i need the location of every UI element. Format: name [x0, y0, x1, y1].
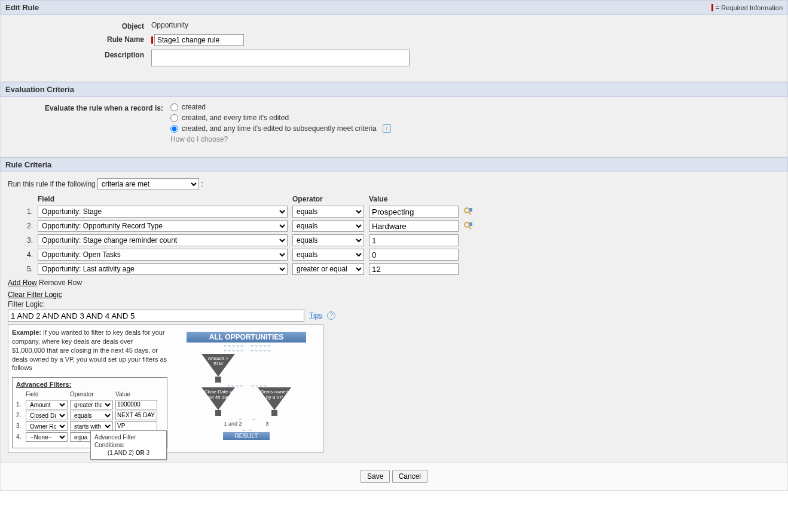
- example-heading: Example:: [12, 329, 41, 336]
- adv-value-input: [115, 411, 157, 420]
- eval-option-1: created, and every time it's edited: [182, 114, 289, 122]
- field-select[interactable]: Opportunity: Stage change reminder count: [38, 234, 288, 246]
- example-box: Example: If you wanted to filter to key …: [8, 324, 323, 452]
- rule-name-label: Rule Name: [8, 35, 151, 44]
- svg-line-4: [469, 227, 471, 229]
- field-select[interactable]: Opportunity: Open Tasks: [38, 249, 288, 261]
- caption-1and2: 1 and 2: [224, 421, 242, 427]
- adv-field-select: --None--: [26, 432, 68, 442]
- button-bar: Save Cancel: [0, 463, 788, 491]
- arrows-icon: ⌄ ⌄: [241, 427, 252, 432]
- rule-criteria-body: Run this rule if the following criteria …: [0, 172, 788, 463]
- lookup-icon[interactable]: [463, 207, 473, 216]
- svg-line-1: [469, 212, 471, 215]
- adv-op-select: starts with: [70, 421, 113, 431]
- add-row-link[interactable]: Add Row: [8, 279, 37, 287]
- object-label: Object: [8, 22, 151, 30]
- evaluation-criteria-header: Evaluation Criteria: [0, 82, 788, 97]
- edit-rule-body: Object Opportunity Rule Name Description: [0, 15, 788, 82]
- edit-rule-header: Edit Rule = Required Information: [0, 0, 788, 15]
- advanced-filters-box: Advanced Filters: Field Operator Value 1…: [12, 377, 167, 448]
- criteria-row: 3.Opportunity: Stage change reminder cou…: [22, 234, 780, 246]
- adv-title: Advanced Filters:: [16, 380, 163, 389]
- field-select[interactable]: Opportunity: Opportunity Record Type: [38, 220, 288, 232]
- evaluation-criteria-body: Evaluate the rule when a record is: crea…: [0, 97, 788, 157]
- how-do-i-choose-link[interactable]: How do I choose?: [170, 135, 780, 143]
- edit-rule-title: Edit Rule: [5, 3, 39, 12]
- row-number: 5.: [22, 265, 33, 273]
- adv-value-input: [115, 400, 157, 409]
- tips-link[interactable]: Tips: [309, 311, 322, 320]
- row-number: 3.: [22, 236, 33, 244]
- eval-radio-created[interactable]: [170, 103, 178, 111]
- adv-filter-row: 1.Amountgreater than: [16, 400, 163, 409]
- adv-op-select: equals: [70, 411, 113, 420]
- run-rule-prompt: Run this rule if the following: [8, 180, 96, 188]
- operator-select[interactable]: greater or equal: [292, 263, 364, 275]
- value-input[interactable]: [369, 263, 459, 275]
- eval-radio-created-meets-criteria[interactable]: [170, 125, 178, 133]
- field-select[interactable]: Opportunity: Stage: [38, 206, 288, 218]
- row-number: 4.: [22, 250, 33, 259]
- evaluate-prompt: Evaluate the rule when a record is:: [8, 104, 170, 112]
- funnel3-label: Deals owned by a VP: [259, 390, 290, 400]
- adv-filter-row: 2.Closed Dateequals: [16, 411, 163, 420]
- criteria-row: 4.Opportunity: Open Tasksequals: [22, 249, 780, 261]
- cancel-button[interactable]: Cancel: [392, 470, 427, 483]
- adv-field-select: Owner Role: [26, 421, 68, 431]
- clear-filter-logic-link[interactable]: Clear Filter Logic: [8, 291, 62, 299]
- svg-point-3: [465, 222, 469, 227]
- field-select[interactable]: Opportunity: Last activity age: [38, 263, 288, 275]
- value-input[interactable]: [369, 249, 459, 261]
- svg-rect-2: [469, 208, 472, 212]
- save-button[interactable]: Save: [361, 470, 390, 483]
- adv-op-select: greater than: [70, 400, 113, 409]
- row-number: 1.: [22, 207, 33, 216]
- object-value: Opportunity: [151, 21, 780, 29]
- filter-logic-input[interactable]: [8, 310, 304, 322]
- operator-select[interactable]: equals: [292, 220, 364, 232]
- rule-criteria-header: Rule Criteria: [0, 157, 788, 172]
- criteria-table: Field Operator Value 1.Opportunity: Stag…: [22, 195, 780, 275]
- help-icon[interactable]: ?: [327, 311, 335, 320]
- eval-option-0: created: [182, 103, 206, 111]
- caption-3: 3: [266, 421, 269, 427]
- description-textarea[interactable]: [151, 50, 410, 66]
- operator-select[interactable]: equals: [292, 234, 364, 246]
- tooltip-box: Advanced Filter Conditions: (1 AND 2) OR…: [90, 430, 167, 460]
- value-input[interactable]: [369, 206, 459, 218]
- criteria-mode-select[interactable]: criteria are met: [97, 178, 199, 190]
- description-label: Description: [8, 51, 151, 59]
- arrows-icon: ⌄⌄⌄⌄ ⌄⌄⌄⌄: [226, 383, 267, 387]
- col-value-header: Value: [369, 195, 459, 203]
- arrows-icon: ⌄⌄⌄⌄⌄ ⌄⌄⌄⌄⌄⌄⌄⌄⌄⌄ ⌄⌄⌄⌄⌄: [222, 343, 271, 351]
- arrows-icon: ⌄ ⌄: [237, 416, 256, 421]
- criteria-row: 5.Opportunity: Last activity agegreater …: [22, 263, 780, 275]
- col-field-header: Field: [38, 195, 288, 203]
- operator-select[interactable]: equals: [292, 206, 364, 218]
- operator-select[interactable]: equals: [292, 249, 364, 261]
- required-bar-icon: [711, 4, 713, 11]
- lookup-icon[interactable]: [463, 221, 473, 231]
- funnel2-label: Close Date = next 45 days: [203, 390, 234, 400]
- required-bar-icon: [151, 36, 153, 44]
- eval-radio-created-edited[interactable]: [170, 114, 178, 122]
- criteria-row: 1.Opportunity: Stageequals: [22, 206, 780, 218]
- value-input[interactable]: [369, 220, 459, 232]
- diagram-result: RESULT: [223, 432, 270, 440]
- value-input[interactable]: [369, 234, 459, 246]
- adv-value-input: [115, 421, 157, 431]
- svg-rect-5: [469, 222, 472, 226]
- eval-option-2: created, and any time it's edited to sub…: [182, 124, 377, 133]
- remove-row-link[interactable]: Remove Row: [39, 279, 82, 287]
- adv-field-select: Amount: [26, 400, 68, 409]
- filter-logic-label: Filter Logic:: [8, 300, 780, 308]
- row-number: 2.: [22, 222, 33, 230]
- funnel1-label: Amount > $1M: [203, 356, 234, 367]
- info-icon[interactable]: i: [383, 124, 391, 133]
- required-info: = Required Information: [711, 4, 783, 11]
- adv-filter-row: 3.Owner Rolestarts with: [16, 421, 163, 431]
- col-operator-header: Operator: [292, 195, 364, 203]
- criteria-row: 2.Opportunity: Opportunity Record Typeeq…: [22, 220, 780, 232]
- rule-name-input[interactable]: [154, 34, 244, 46]
